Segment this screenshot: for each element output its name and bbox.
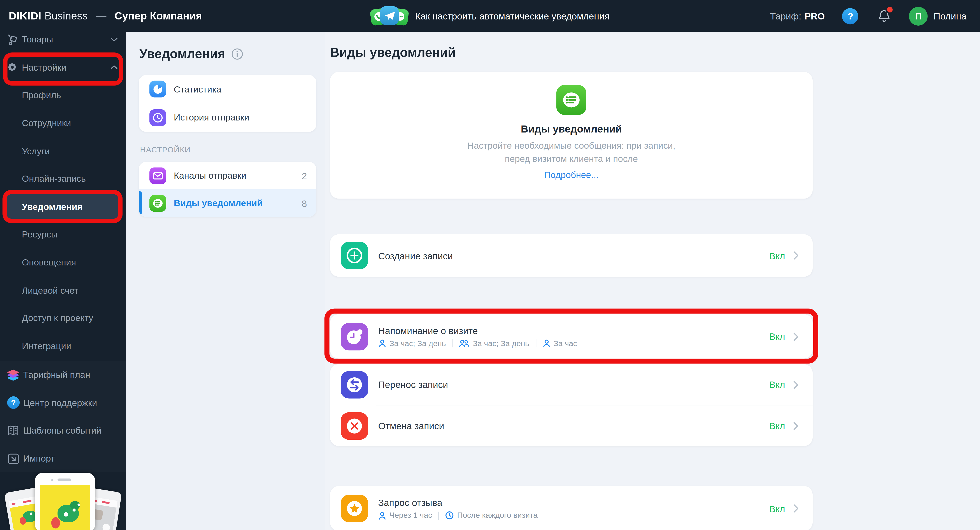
channels-icon <box>150 167 166 184</box>
row-review-request[interactable]: Запрос отзыва Через 1 час После каждого … <box>330 486 813 530</box>
panel-settings-card: Каналы отправки 2 Виды уведомлений 8 <box>139 162 316 217</box>
phone-right <box>73 486 122 530</box>
more-details-link[interactable]: Подробнее... <box>544 170 599 180</box>
sidebar-item-online-booking[interactable]: Онлайн-запись <box>0 165 126 193</box>
user-name[interactable]: Полина <box>934 11 966 21</box>
row-cancel-record[interactable]: Отмена записи Вкл <box>330 405 813 446</box>
help-button[interactable]: ? <box>842 8 859 24</box>
active-indicator <box>139 191 142 215</box>
chevron-right-icon <box>793 421 799 430</box>
sidebar-item-label: Товары <box>22 35 111 44</box>
notifications-bell-button[interactable] <box>877 8 892 24</box>
page-title: Виды уведомлений <box>330 45 455 60</box>
history-icon <box>150 109 166 126</box>
main-content: Виды уведомлений Виды уведомлений Настро… <box>325 32 980 530</box>
svg-text:?: ? <box>11 398 16 407</box>
chevron-right-icon <box>793 251 799 260</box>
cancel-record-icon <box>340 412 368 440</box>
sidebar-item-import[interactable]: Импорт <box>0 445 126 473</box>
meta-divider <box>439 511 439 519</box>
rows-transfer-cancel-card: Перенос записи Вкл Отмена записи Вкл <box>330 364 813 446</box>
handtruck-icon <box>6 34 18 46</box>
topbar-right: Тариф:PRO ? П Полина <box>770 0 966 32</box>
staff-people-icon <box>459 339 470 347</box>
intro-title: Виды уведомлений <box>330 123 813 135</box>
chevron-right-icon <box>793 504 799 513</box>
sidebar-item-staff[interactable]: Сотрудники <box>0 109 126 137</box>
sidebar-item-account[interactable]: Лицевой счет <box>0 276 126 304</box>
brand-logo: DIKIDI <box>9 10 41 22</box>
gear-icon <box>6 62 18 73</box>
sidebar-item-label: Настройки <box>22 62 111 72</box>
telegram-icon <box>380 6 399 25</box>
chevron-up-icon <box>111 65 118 70</box>
sidebar-item-support-center[interactable]: ? Центр поддержки <box>0 389 126 417</box>
row-visit-reminder[interactable]: Напоминание о визите За час; За день За … <box>330 314 813 359</box>
panel-links-card: Статистика История отправки <box>139 75 316 132</box>
notification-dot <box>886 5 894 13</box>
status-on: Вкл <box>769 379 785 390</box>
chevron-down-icon <box>111 37 118 42</box>
meta-divider <box>452 339 453 347</box>
panel-item-send-channels[interactable]: Каналы отправки 2 <box>139 162 316 189</box>
clock-icon <box>445 511 454 520</box>
info-icon[interactable] <box>231 48 243 60</box>
sidebar-item-notifications[interactable]: Уведомления <box>4 193 123 221</box>
import-icon <box>6 452 21 464</box>
sidebar-item-alerts[interactable]: Оповещения <box>0 248 126 276</box>
row-transfer-record[interactable]: Перенос записи Вкл <box>330 364 813 405</box>
sidebar-item-profile[interactable]: Профиль <box>0 81 126 109</box>
sidebar-footer: Тарифный план ? Центр поддержки Шаблоны … <box>0 361 126 473</box>
sidebar-item-event-templates[interactable]: Шаблоны событий <box>0 417 126 444</box>
company-name: Супер Компания <box>115 10 202 22</box>
row-create-record[interactable]: Создание записи Вкл <box>330 234 813 276</box>
chevron-right-icon <box>793 380 799 389</box>
intro-card: Виды уведомлений Настройте необходимые с… <box>330 72 813 199</box>
phone-center <box>35 473 95 530</box>
sidebar-item-integrations[interactable]: Интеграции <box>0 332 126 360</box>
status-on: Вкл <box>769 421 785 431</box>
status-on: Вкл <box>769 331 785 342</box>
sidebar: Товары Настройки Профиль Сотрудники Услу… <box>0 0 126 530</box>
panel-item-statistics[interactable]: Статистика <box>139 75 316 103</box>
visit-reminder-icon <box>340 323 368 350</box>
topbar: DIKIDI Business — Супер Компания Как нас… <box>0 0 980 32</box>
statistics-icon <box>150 81 166 97</box>
sidebar-item-services[interactable]: Услуги <box>0 137 126 165</box>
auto-notifications-help-link[interactable]: Как настроить автоматические уведомления <box>371 0 609 32</box>
sidebar-item-tariff-plan[interactable]: Тарифный план <box>0 361 126 389</box>
client-person-icon <box>542 339 550 347</box>
reminder-meta: За час; За день За час; За день За час <box>378 339 762 348</box>
chevron-right-icon <box>793 332 799 341</box>
tariff-badge[interactable]: Тариф:PRO <box>770 11 825 21</box>
status-on: Вкл <box>769 250 785 261</box>
book-icon <box>6 425 21 436</box>
review-meta: Через 1 час После каждого визита <box>378 511 762 520</box>
messenger-icons <box>371 3 408 29</box>
review-request-icon <box>340 495 368 522</box>
types-count: 8 <box>302 198 307 208</box>
panel-item-send-history[interactable]: История отправки <box>139 103 316 132</box>
sidebar-item-settings[interactable]: Настройки <box>0 54 126 81</box>
phones-illustration <box>0 468 126 530</box>
sidebar-item-project-access[interactable]: Доступ к проекту <box>0 304 126 332</box>
sidebar-nav: Товары Настройки Профиль Сотрудники Услу… <box>0 25 126 360</box>
app-window: Товары Настройки Профиль Сотрудники Услу… <box>0 0 980 530</box>
meta-divider <box>535 339 536 347</box>
notification-types-big-icon <box>557 85 586 115</box>
brand: DIKIDI Business — Супер Компания <box>9 0 202 32</box>
notification-types-icon <box>150 195 166 211</box>
panel-item-notification-types[interactable]: Виды уведомлений 8 <box>139 189 316 217</box>
avatar[interactable]: П <box>909 6 928 25</box>
create-record-icon <box>340 242 368 270</box>
tariff-value: PRO <box>805 11 825 21</box>
notifications-panel: Уведомления Статистика История отправки … <box>126 32 325 530</box>
phone-left <box>4 486 53 530</box>
client-person-icon <box>378 511 386 519</box>
channels-count: 2 <box>302 170 307 181</box>
layers-icon <box>6 368 21 382</box>
help-link-text: Как настроить автоматические уведомления <box>415 11 609 21</box>
sidebar-item-resources[interactable]: Ресурсы <box>0 221 126 248</box>
settings-section-label: НАСТРОЙКИ <box>140 146 191 154</box>
panel-title: Уведомления <box>139 46 225 61</box>
